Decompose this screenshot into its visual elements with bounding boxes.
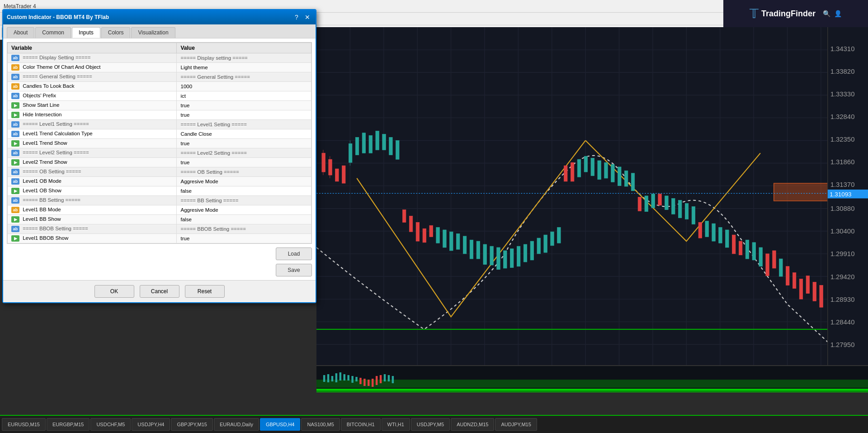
load-button[interactable]: Load	[276, 247, 312, 260]
svg-rect-82	[537, 238, 540, 254]
value-cell[interactable]: Candle Close	[177, 129, 311, 139]
table-row[interactable]: ▶ Level1 Trend Show true	[8, 139, 311, 148]
tab-common[interactable]: Common	[35, 27, 71, 38]
svg-rect-84	[551, 232, 554, 246]
side-buttons: Load Save	[7, 247, 312, 276]
value-cell[interactable]: true	[177, 234, 311, 243]
row-icon: ▶	[11, 235, 19, 242]
table-row[interactable]: ▶ Level1 OB Show false	[8, 186, 311, 196]
table-row[interactable]: ab Level1 Trend Calculation Type Candle …	[8, 129, 311, 139]
svg-rect-143	[363, 379, 365, 386]
tab-visualization[interactable]: Visualization	[131, 27, 175, 38]
svg-rect-138	[344, 374, 345, 381]
table-row[interactable]: ▶ Show Start Line true	[8, 101, 311, 110]
tab-gbpjpy-m15[interactable]: GBPJPY,M15	[171, 418, 212, 431]
table-row[interactable]: ab ===== OB Setting ===== ===== OB Setti…	[8, 167, 311, 177]
svg-rect-32	[322, 153, 325, 172]
svg-rect-73	[476, 241, 480, 259]
table-row[interactable]: ab ===== BBOB Setting ===== ===== BBOB S…	[8, 224, 311, 234]
svg-rect-34	[329, 159, 332, 175]
value-cell: ===== Level1 Setting =====	[177, 120, 311, 129]
table-row[interactable]: ▶ Level1 BB Show false	[8, 215, 311, 224]
value-cell[interactable]: Light theme	[177, 63, 311, 72]
svg-rect-87	[584, 156, 587, 172]
svg-rect-72	[470, 240, 473, 259]
search-icon[interactable]: 🔍	[823, 10, 830, 17]
tab-colors[interactable]: Colors	[101, 27, 131, 38]
svg-rect-52	[786, 266, 789, 285]
save-button[interactable]: Save	[276, 264, 312, 276]
value-cell[interactable]: Aggresive Mode	[177, 205, 311, 215]
svg-rect-91	[611, 164, 614, 182]
tab-inputs[interactable]: Inputs	[72, 27, 100, 38]
table-row[interactable]: ab Level1 BB Mode Aggresive Mode	[8, 205, 311, 215]
table-row[interactable]: ab ===== Display Setting ===== ===== Dis…	[8, 53, 311, 63]
svg-rect-40	[416, 222, 419, 241]
svg-rect-89	[598, 161, 601, 180]
table-row[interactable]: ▶ Level1 BBOB Show true	[8, 234, 311, 243]
svg-rect-105	[726, 230, 729, 247]
reset-button[interactable]: Reset	[185, 285, 225, 298]
tab-nas100-m5[interactable]: NAS100,M5	[301, 418, 340, 431]
svg-rect-110	[774, 183, 828, 201]
value-cell[interactable]: true	[177, 158, 311, 167]
dialog-close-button[interactable]: ✕	[303, 13, 312, 22]
tab-eurgbp-m15[interactable]: EURGBP,M15	[47, 418, 90, 431]
svg-rect-151	[316, 389, 868, 391]
value-cell[interactable]: true	[177, 139, 311, 148]
svg-rect-85	[557, 227, 561, 243]
tab-audnzd-m15[interactable]: AUDNZD,M15	[451, 418, 494, 431]
row-icon: ab	[11, 55, 19, 61]
value-cell[interactable]: true	[177, 101, 311, 110]
svg-rect-0	[316, 27, 868, 392]
tab-audjpy-m15[interactable]: AUDJPY,M15	[495, 418, 537, 431]
variable-cell: Show Start Line	[23, 102, 59, 108]
value-cell[interactable]: false	[177, 186, 311, 196]
table-row[interactable]: ▶ Level2 Trend Show true	[8, 158, 311, 167]
svg-text:1.32840: 1.32840	[830, 114, 855, 120]
tab-about[interactable]: About	[7, 27, 34, 38]
table-row[interactable]: ab Color Theme Of Chart And Object Light…	[8, 63, 311, 72]
table-row[interactable]: ab Objects' Prefix ict	[8, 91, 311, 101]
table-row[interactable]: ab ===== BB Setting ===== ===== BB Setti…	[8, 196, 311, 205]
row-icon: ab	[11, 74, 19, 80]
mini-chart-svg	[316, 366, 868, 392]
tab-euraud-daily[interactable]: EURAUD,Daily	[214, 418, 259, 431]
row-icon: ab	[11, 64, 19, 71]
tab-gbpusd-h4[interactable]: GBPUSD,H4	[260, 418, 301, 431]
tab-usdjpy-h4[interactable]: USDJPY,H4	[132, 418, 170, 431]
svg-rect-107	[752, 243, 755, 260]
svg-rect-71	[463, 236, 466, 254]
value-cell[interactable]: ict	[177, 91, 311, 101]
tab-bitcoin-h1[interactable]: BITCOIN,H1	[341, 418, 381, 431]
value-cell[interactable]: false	[177, 215, 311, 224]
params-table-container[interactable]: Variable Value ab ===== Display Setting …	[7, 42, 312, 244]
value-cell[interactable]: Aggresive Mode	[177, 177, 311, 186]
tab-usdjpy-m5[interactable]: USDJPY,M5	[411, 418, 450, 431]
value-cell[interactable]: true	[177, 110, 311, 120]
row-icon: ▶	[11, 140, 19, 147]
row-icon: ▶	[11, 159, 19, 166]
tab-wti-h1[interactable]: WTI,H1	[382, 418, 410, 431]
cancel-button[interactable]: Cancel	[140, 285, 179, 298]
svg-rect-101	[692, 207, 695, 224]
svg-rect-50	[766, 254, 769, 276]
tab-usdchf-m5[interactable]: USDCHF,M5	[90, 418, 131, 431]
row-icon: ▶	[11, 216, 19, 223]
table-row[interactable]: ab ===== Level2 Setting ===== ===== Leve…	[8, 148, 311, 158]
dialog-help-button[interactable]: ?	[292, 13, 301, 22]
ok-button[interactable]: OK	[94, 285, 134, 298]
table-row[interactable]: ab ===== Level1 Setting ===== ===== Leve…	[8, 120, 311, 129]
table-row[interactable]: ab Level1 OB Mode Aggresive Mode	[8, 177, 311, 186]
value-cell: ===== General Setting =====	[177, 72, 311, 82]
tab-eurusd-m15[interactable]: EURUSD,M15	[2, 418, 46, 431]
table-row[interactable]: ▶ Hide Intersection true	[8, 110, 311, 120]
table-row[interactable]: ab ===== General Setting ===== ===== Gen…	[8, 72, 311, 82]
table-row[interactable]: ab Candles To Look Back 1000	[8, 82, 311, 91]
svg-text:1.27950: 1.27950	[830, 341, 855, 348]
svg-rect-64	[382, 134, 386, 150]
user-icon[interactable]: 👤	[834, 10, 842, 17]
variable-cell: ===== BBOB Setting =====	[23, 226, 88, 231]
value-cell[interactable]: 1000	[177, 82, 311, 91]
variable-cell: ===== OB Setting =====	[23, 169, 81, 174]
